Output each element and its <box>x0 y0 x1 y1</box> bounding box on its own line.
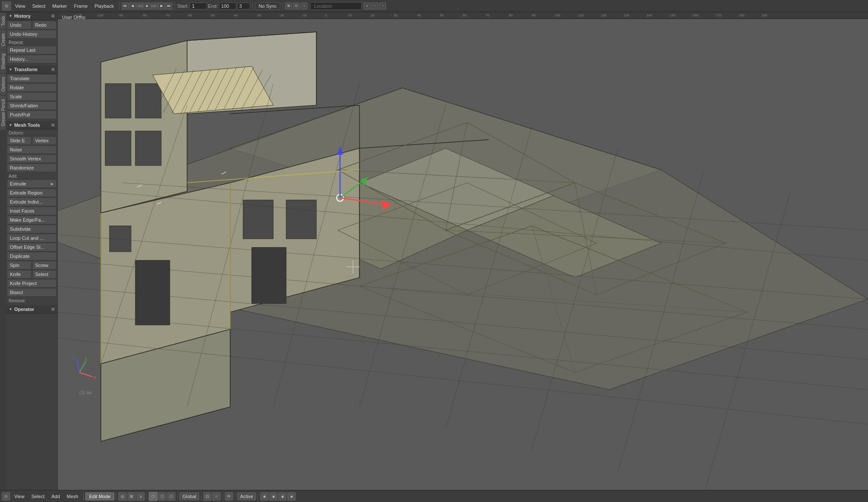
tab-shading[interactable]: Shading <box>0 50 6 73</box>
face-icon[interactable]: ⬡ <box>167 492 175 501</box>
scale-button[interactable]: Scale <box>7 92 56 101</box>
section-transform: ▼ Transform ⊞ Translate Rotate Scale Shr… <box>6 66 57 121</box>
blender-bottom-icon[interactable]: ⊙ <box>2 492 10 501</box>
bottom-menu-add[interactable]: Add <box>48 493 63 500</box>
bottom-menu-select[interactable]: Select <box>28 493 48 500</box>
tab-grease-pencil[interactable]: Grease Pencil <box>0 95 6 130</box>
duplicate-button[interactable]: Duplicate <box>7 252 56 260</box>
repeat-label: Repeat: <box>6 39 57 45</box>
prop-icon[interactable]: ○ <box>212 492 221 501</box>
transform-label: Transform <box>14 67 38 72</box>
bottom-sep8 <box>258 493 258 500</box>
section-header-mesh-tools[interactable]: ▼ Mesh Tools ⊞ <box>6 121 57 129</box>
menu-view[interactable]: View <box>12 3 28 9</box>
view-icon3[interactable]: ○ <box>301 3 307 9</box>
select-button[interactable]: Select <box>32 270 57 279</box>
pb-prev[interactable]: ◀ <box>129 3 136 9</box>
history-pin: ⊞ <box>51 14 55 18</box>
menu-marker[interactable]: Marker <box>49 3 70 9</box>
view-icon2[interactable]: ⊡ <box>293 3 300 9</box>
history-btn[interactable]: History... <box>7 55 56 63</box>
loc-icon3[interactable]: → <box>379 3 386 9</box>
tab-tools[interactable]: Tools <box>0 12 6 29</box>
loc-icon1[interactable]: × <box>363 3 370 9</box>
pb-next[interactable]: ▶ <box>158 3 165 9</box>
noise-button[interactable]: Noise <box>7 145 56 154</box>
smooth-vertex-button[interactable]: Smooth Vertex <box>7 154 56 163</box>
edge-icon[interactable]: ⬡ <box>158 492 166 501</box>
pb-play-rev[interactable]: ◁◁ <box>136 3 143 9</box>
viewport-icon3[interactable]: ⌾ <box>136 492 145 501</box>
edit-mode-button[interactable]: Edit Mode <box>85 493 115 500</box>
menu-frame[interactable]: Frame <box>71 3 91 9</box>
bottom-menu-view[interactable]: View <box>11 493 28 500</box>
sync-icon[interactable]: ⟳ <box>225 492 233 501</box>
spin-button[interactable]: Spin <box>7 261 31 270</box>
global-select[interactable]: Global <box>179 493 199 500</box>
vertex-button[interactable]: Vertex <box>32 136 57 145</box>
active-select[interactable]: Active <box>237 493 256 500</box>
translate-button[interactable]: Translate <box>7 74 56 83</box>
loop-cut-button[interactable]: Loop Cut and ... <box>7 234 56 242</box>
ruler-mark-70: 70 <box>486 13 489 17</box>
top-bar: ⊙ View Select Marker Frame Playback ⏮ ◀ … <box>0 0 868 12</box>
section-header-operator[interactable]: ▼ Operator ⊞ <box>6 305 57 314</box>
end-input[interactable] <box>219 3 236 9</box>
ruler-mark-90neg: -90 <box>118 13 123 17</box>
viewport[interactable]: -110 -100 -90 -80 -70 -60 -50 -40 -30 -2… <box>58 12 868 490</box>
tab-options[interactable]: Options <box>0 73 6 95</box>
spin-screw-row: Spin Screw <box>7 261 56 270</box>
redo-button[interactable]: Redo <box>32 21 57 29</box>
bottom-menu-mesh[interactable]: Mesh <box>64 493 81 500</box>
menu-select[interactable]: Select <box>29 3 49 9</box>
separator4 <box>282 2 283 10</box>
undo-history-button[interactable]: Undo History <box>7 30 56 38</box>
section-header-history[interactable]: ▼ History ⊞ <box>6 12 57 20</box>
extra-icon1[interactable]: ◈ <box>260 492 269 501</box>
snap-icons: ⊡ ○ <box>203 492 221 501</box>
screw-button[interactable]: Screw <box>32 261 57 270</box>
push-pull-button[interactable]: Push/Pull <box>7 110 56 119</box>
current-frame-input[interactable] <box>237 3 250 9</box>
section-header-transform[interactable]: ▼ Transform ⊞ <box>6 66 57 74</box>
ruler-mark-130: 130 <box>624 13 629 17</box>
subdivide-button[interactable]: Subdivide <box>7 225 56 233</box>
bisect-button[interactable]: Bisect <box>7 288 56 297</box>
ruler-mark-100: 100 <box>555 13 560 17</box>
extra-icon2[interactable]: ◈ <box>269 492 278 501</box>
extrude-region-button[interactable]: Extrude Region <box>7 188 56 197</box>
section-mesh-tools: ▼ Mesh Tools ⊞ Deform: Slide E Vertex No… <box>6 121 57 305</box>
randomize-button[interactable]: Randomize <box>7 163 56 172</box>
pb-begin[interactable]: ⏮ <box>122 3 128 9</box>
loc-icon2[interactable]: ← <box>371 3 378 9</box>
slide-e-button[interactable]: Slide E <box>7 136 31 145</box>
repeat-last-button[interactable]: Repeat Last <box>7 46 56 54</box>
viewport-icon1[interactable]: ◎ <box>118 492 127 501</box>
extra-icon3[interactable]: ◈ <box>278 492 287 501</box>
undo-button[interactable]: Undo <box>7 21 31 29</box>
view-icon1[interactable]: ⊞ <box>285 3 292 9</box>
snap-icon[interactable]: ⊡ <box>203 492 212 501</box>
extrude-indivi-button[interactable]: Extrude Indivi... <box>7 198 56 206</box>
knife-project-button[interactable]: Knife Project <box>7 279 56 288</box>
shrink-fatten-button[interactable]: Shrink/Fatten <box>7 101 56 110</box>
viewport-icon2[interactable]: ⊞ <box>127 492 136 501</box>
pb-stop[interactable]: ■ <box>144 3 150 9</box>
rotate-button[interactable]: Rotate <box>7 83 56 92</box>
vertex-icon[interactable]: ⬡ <box>149 492 157 501</box>
pb-end[interactable]: ⏭ <box>166 3 172 9</box>
sync-button[interactable]: No Sync <box>255 2 281 10</box>
svg-text:y: y <box>85 356 88 361</box>
extrude-button[interactable]: Extrude <box>7 179 56 188</box>
menu-playback[interactable]: Playback <box>91 3 117 9</box>
pb-play[interactable]: ▷▷ <box>151 3 158 9</box>
knife-button[interactable]: Knife <box>7 270 31 279</box>
offset-edge-button[interactable]: Offset Edge Sl... <box>7 243 56 251</box>
extra-icon4[interactable]: ◈ <box>287 492 296 501</box>
tab-create[interactable]: Create <box>0 29 6 50</box>
make-edge-button[interactable]: Make Edge/Fa... <box>7 216 56 224</box>
inset-faces-button[interactable]: Inset Faces <box>7 207 56 215</box>
location-input[interactable] <box>310 2 362 10</box>
blender-icon[interactable]: ⊙ <box>2 1 11 11</box>
start-input[interactable] <box>190 3 207 9</box>
